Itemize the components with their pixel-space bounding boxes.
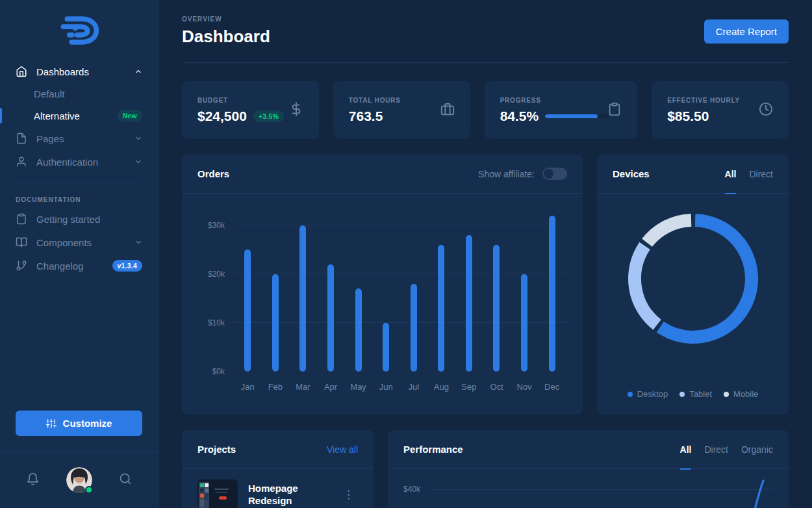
sidebar-item-label: Dashboards xyxy=(36,66,89,77)
chevron-down-icon xyxy=(134,134,142,142)
git-branch-icon xyxy=(16,260,27,272)
sidebar-item-pages[interactable]: Pages xyxy=(0,127,158,150)
stat-card-progress: PROGRESS 84.5% xyxy=(485,81,638,139)
legend-item-tablet: Tablet xyxy=(679,389,712,399)
orders-chart: $0k$10k$20k$30k JanFebMarAprMayJunJulAug… xyxy=(182,194,583,403)
kebab-menu-icon[interactable]: ⋮ xyxy=(339,488,358,502)
stat-value: 763.5 xyxy=(349,108,383,124)
performance-chart: $40k xyxy=(388,469,789,508)
sidebar-item-label: Alternative xyxy=(34,110,80,121)
donut-legend: DesktopTabletMobile xyxy=(628,389,759,399)
bar-mar xyxy=(299,225,306,372)
sidebar-item-dashboards[interactable]: Dashboards xyxy=(0,60,158,83)
stat-label: TOTAL HOURS xyxy=(349,97,401,104)
bar-apr xyxy=(327,264,334,372)
dashkit-logo-icon xyxy=(57,13,101,48)
show-affiliate-label: Show affiliate: xyxy=(478,169,535,179)
sidebar-item-label: Default xyxy=(34,88,65,99)
y-axis-tick-label: $10k xyxy=(197,318,225,327)
x-axis-tick-label: Jun xyxy=(372,382,400,392)
tab-organic[interactable]: Organic xyxy=(741,430,773,469)
bell-icon xyxy=(26,472,40,486)
grid-line xyxy=(428,489,773,490)
donut-chart xyxy=(621,207,765,351)
donut-segment-mobile xyxy=(621,207,765,351)
projects-card-title: Projects xyxy=(197,444,236,455)
sidebar-item-label: Getting started xyxy=(36,214,100,225)
chevron-down-icon xyxy=(134,158,142,166)
tab-all[interactable]: All xyxy=(725,155,737,194)
devices-card-title: Devices xyxy=(613,168,650,179)
devices-card: Devices AllDirect DesktopTabletMobile xyxy=(597,155,789,414)
stat-value: 84.5% xyxy=(500,108,539,124)
search-icon xyxy=(119,472,132,485)
charts-row: Orders Show affiliate: $0k$10k$20k$30k J… xyxy=(182,155,789,414)
performance-tabs: AllDirectOrganic xyxy=(680,430,773,469)
tab-direct[interactable]: Direct xyxy=(749,155,773,194)
performance-card: Performance AllDirectOrganic $40k xyxy=(388,430,789,508)
bottom-row: Projects View all xyxy=(182,430,789,508)
stat-card-effective-hourly: EFFECTIVE HOURLY $85.50 xyxy=(652,81,789,139)
notifications-button[interactable] xyxy=(26,472,40,489)
tab-all[interactable]: All xyxy=(680,430,692,469)
x-axis-tick-label: May xyxy=(344,382,372,392)
orders-card-title: Orders xyxy=(197,168,229,179)
search-button[interactable] xyxy=(119,472,132,488)
stat-card-budget: BUDGET $24,500 +3.5% xyxy=(182,81,319,139)
toggle-knob xyxy=(544,169,553,179)
sidebar-item-alternative[interactable]: Alternative New xyxy=(0,105,158,127)
new-badge: New xyxy=(118,110,142,121)
user-avatar[interactable] xyxy=(66,467,92,493)
x-axis-tick-label: Aug xyxy=(427,382,455,392)
sidebar-item-default[interactable]: Default xyxy=(0,83,158,105)
briefcase-icon xyxy=(440,102,455,119)
bar-oct xyxy=(493,245,500,372)
donut-segment-tablet xyxy=(621,207,765,351)
sidebar-nav: Dashboards Default Alternative New Pages… xyxy=(0,60,158,277)
x-axis-tick-label: Jan xyxy=(234,382,262,392)
y-axis-tick-label: $30k xyxy=(197,221,225,230)
tab-direct[interactable]: Direct xyxy=(704,430,728,469)
x-axis-tick-label: Sep xyxy=(455,382,483,392)
projects-card: Projects View all xyxy=(182,430,374,508)
stat-label: PROGRESS xyxy=(500,97,608,104)
bar-may xyxy=(355,288,362,372)
x-axis-tick-label: Apr xyxy=(317,382,345,392)
performance-card-title: Performance xyxy=(403,444,463,455)
sidebar-item-components[interactable]: Components xyxy=(0,231,158,254)
x-axis-tick-label: Oct xyxy=(483,382,511,392)
brand-logo[interactable] xyxy=(57,13,101,51)
legend-item-mobile: Mobile xyxy=(724,389,758,399)
sidebar-footer xyxy=(0,451,158,508)
project-list-item[interactable]: Homepage Redesign ⋮ xyxy=(182,469,374,508)
clock-icon xyxy=(759,102,773,119)
page-header: OVERVIEW Dashboard Create Report xyxy=(182,0,789,63)
user-icon xyxy=(16,156,27,168)
documentation-section-label: DOCUMENTATION xyxy=(0,183,158,207)
customize-button[interactable]: Customize xyxy=(16,411,142,436)
bar-jun xyxy=(383,323,389,372)
legend-dot xyxy=(679,392,685,397)
progress-bar xyxy=(545,114,607,118)
x-axis-tick-label: Jul xyxy=(400,382,427,392)
show-affiliate-toggle[interactable] xyxy=(542,168,567,180)
sidebar-item-label: Pages xyxy=(36,133,64,144)
sidebar-bottom: Customize xyxy=(0,411,158,508)
project-thumbnail xyxy=(197,479,238,508)
app-root: Dashboards Default Alternative New Pages… xyxy=(0,0,812,508)
progress-fill xyxy=(545,114,598,118)
version-badge: v1.3.4 xyxy=(112,260,142,272)
x-axis-tick-label: Nov xyxy=(511,382,539,392)
devices-tabs: AllDirect xyxy=(725,155,773,194)
y-axis-tick-label: $20k xyxy=(197,270,225,279)
view-all-link[interactable]: View all xyxy=(327,444,358,455)
sidebar-item-changelog[interactable]: Changelog v1.3.4 xyxy=(0,254,158,277)
sidebar-item-getting-started[interactable]: Getting started xyxy=(0,207,158,231)
online-status-dot xyxy=(85,486,93,494)
page-title: Dashboard xyxy=(182,27,270,47)
stats-row: BUDGET $24,500 +3.5% TOTAL HOURS 763.5 xyxy=(182,81,789,139)
line-series xyxy=(750,478,767,508)
sidebar-item-authentication[interactable]: Authentication xyxy=(0,150,158,173)
create-report-button[interactable]: Create Report xyxy=(704,19,789,44)
stat-value: $24,500 xyxy=(197,108,247,124)
